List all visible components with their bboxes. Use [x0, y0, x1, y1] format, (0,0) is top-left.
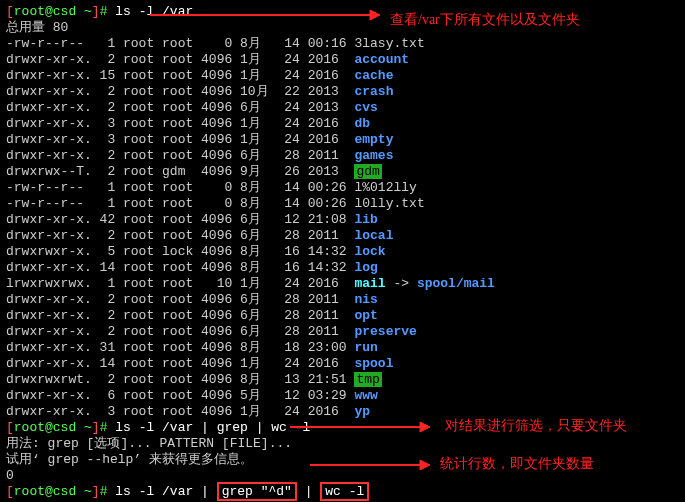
wc-count-box[interactable]: wc -l: [320, 482, 369, 501]
prompt-bracket: [: [6, 4, 14, 19]
prompt-bracket: ]: [92, 4, 100, 19]
ls-row: drwxr-xr-x. 2 root root 4096 6月 24 2013 …: [6, 100, 679, 116]
file-name: empty: [354, 132, 393, 147]
file-name: yp: [354, 404, 370, 419]
file-name: preserve: [354, 324, 416, 339]
file-name: gdm: [354, 164, 381, 179]
ls-row: drwxr-xr-x. 42 root root 4096 6月 12 21:0…: [6, 212, 679, 228]
file-name: tmp: [354, 372, 381, 387]
ls-row: drwxr-xr-x. 6 root root 4096 5月 12 03:29…: [6, 388, 679, 404]
prompt-bracket: [: [6, 420, 14, 435]
command-text[interactable]: |: [297, 484, 320, 499]
file-name: cache: [354, 68, 393, 83]
prompt-bracket: ]: [92, 420, 100, 435]
prompt-bracket: ]: [92, 484, 100, 499]
file-name: mail: [354, 276, 385, 291]
command-text[interactable]: ls -l /var | grep | wc -l: [115, 420, 310, 435]
file-name: spool: [354, 356, 393, 371]
prompt-bracket: [: [6, 484, 14, 499]
ls-row: drwxr-xr-x. 2 root root 4096 6月 28 2011 …: [6, 148, 679, 164]
file-name: opt: [354, 308, 377, 323]
terminal-output: [root@csd ~]# ls -l /var总用量 80-rw-r--r--…: [0, 0, 685, 502]
ls-row: drwxr-xr-x. 15 root root 4096 1月 24 2016…: [6, 68, 679, 84]
ls-row: drwxr-xr-x. 14 root root 4096 1月 24 2016…: [6, 356, 679, 372]
ls-row: drwxr-xr-x. 3 root root 4096 1月 24 2016 …: [6, 132, 679, 148]
file-name: l%012lly: [354, 180, 416, 195]
file-name: nis: [354, 292, 377, 307]
prompt-line: [root@csd ~]# ls -l /var | grep "^d" | w…: [6, 484, 679, 500]
ls-row: drwxrwxrwt. 2 root root 4096 8月 13 21:51…: [6, 372, 679, 388]
grep-usage: 用法: grep [选项]... PATTERN [FILE]...: [6, 436, 679, 452]
file-name: lib: [354, 212, 377, 227]
prompt-line: [root@csd ~]# ls -l /var: [6, 4, 679, 20]
ls-row: drwxr-xr-x. 2 root root 4096 6月 28 2011 …: [6, 292, 679, 308]
file-name: db: [354, 116, 370, 131]
prompt-hash: #: [100, 484, 116, 499]
file-name: cvs: [354, 100, 377, 115]
ls-row: drwxr-xr-x. 2 root root 4096 1月 24 2016 …: [6, 52, 679, 68]
command-text[interactable]: ls -l /var |: [115, 484, 216, 499]
prompt-userhost: root@csd ~: [14, 4, 92, 19]
prompt-hash: #: [100, 420, 116, 435]
ls-row: drwxrwx--T. 2 root gdm 4096 9月 26 2013 g…: [6, 164, 679, 180]
file-name: local: [354, 228, 393, 243]
ls-row: drwxr-xr-x. 2 root root 4096 6月 28 2011 …: [6, 308, 679, 324]
ls-row: drwxr-xr-x. 14 root root 4096 8月 16 14:3…: [6, 260, 679, 276]
prompt-line: [root@csd ~]# ls -l /var | grep | wc -l: [6, 420, 679, 436]
file-name: 3lasy.txt: [354, 36, 424, 51]
file-name: log: [354, 260, 377, 275]
link-arrow: ->: [386, 276, 417, 291]
file-name: run: [354, 340, 377, 355]
ls-row: drwxr-xr-x. 3 root root 4096 1月 24 2016 …: [6, 404, 679, 420]
ls-row: drwxr-xr-x. 2 root root 4096 6月 28 2011 …: [6, 324, 679, 340]
grep-usage: 试用‘ grep --help’ 来获得更多信息。: [6, 452, 679, 468]
file-name: account: [354, 52, 409, 67]
file-name: l0lly.txt: [354, 196, 424, 211]
ls-row: -rw-r--r-- 1 root root 0 8月 14 00:26 l%0…: [6, 180, 679, 196]
grep-filter-box[interactable]: grep "^d": [217, 482, 297, 501]
file-name: www: [354, 388, 377, 403]
prompt-userhost: root@csd ~: [14, 420, 92, 435]
file-name: crash: [354, 84, 393, 99]
link-target: spool/mail: [417, 276, 495, 291]
file-name: games: [354, 148, 393, 163]
prompt-hash: #: [100, 4, 116, 19]
prompt-userhost: root@csd ~: [14, 484, 92, 499]
ls-row: drwxr-xr-x. 2 root root 4096 10月 22 2013…: [6, 84, 679, 100]
file-name: lock: [354, 244, 385, 259]
ls-row: drwxr-xr-x. 2 root root 4096 6月 28 2011 …: [6, 228, 679, 244]
ls-row: -rw-r--r-- 1 root root 0 8月 14 00:16 3la…: [6, 36, 679, 52]
ls-row: lrwxrwxrwx. 1 root root 10 1月 24 2016 ma…: [6, 276, 679, 292]
ls-row: drwxr-xr-x. 31 root root 4096 8月 18 23:0…: [6, 340, 679, 356]
ls-row: drwxrwxr-x. 5 root lock 4096 8月 16 14:32…: [6, 244, 679, 260]
command-text[interactable]: ls -l /var: [115, 4, 193, 19]
ls-row: drwxr-xr-x. 3 root root 4096 1月 24 2016 …: [6, 116, 679, 132]
total-line: 总用量 80: [6, 20, 679, 36]
ls-row: -rw-r--r-- 1 root root 0 8月 14 00:26 l0l…: [6, 196, 679, 212]
